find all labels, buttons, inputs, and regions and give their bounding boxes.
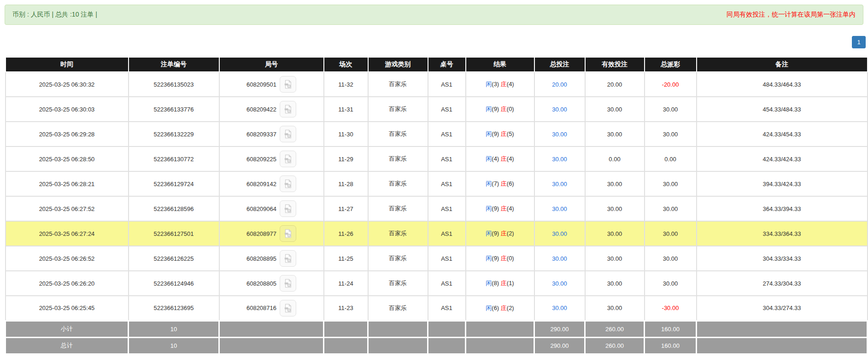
cell-remark: 364.33/394.33: [697, 196, 868, 221]
video-file-icon: [283, 303, 293, 313]
cell-table-number: AS1: [428, 246, 466, 271]
total-bet-link[interactable]: 30.00: [552, 156, 567, 163]
round-number-text: 608208895: [246, 255, 276, 262]
page-1-button[interactable]: 1: [852, 36, 866, 48]
cell-bet-number: 522366123695: [129, 296, 219, 321]
cell-game-type: 百家乐: [368, 72, 428, 97]
result-banker-label: 庄: [501, 155, 507, 162]
cell-round-number: 608209225: [219, 146, 324, 171]
total-count: 10: [129, 337, 219, 354]
video-replay-button[interactable]: [280, 200, 296, 217]
cell-result: 闲(4) 庄(4): [466, 146, 534, 171]
table-row: 2025-03-25 06:27:52 522366128596 6082090…: [6, 196, 868, 221]
col-round-number: 局号: [219, 57, 324, 72]
result-banker-score: (1): [507, 280, 514, 287]
empty-cell: [697, 337, 868, 354]
video-file-icon: [283, 253, 293, 263]
cell-total-bet: 30.00: [534, 271, 585, 296]
total-bet-link[interactable]: 20.00: [552, 81, 567, 88]
video-replay-button[interactable]: [280, 126, 296, 142]
result-banker-label: 庄: [501, 255, 507, 262]
cell-time: 2025-03-25 06:30:32: [6, 72, 129, 97]
empty-cell: [219, 321, 324, 337]
cell-total-payout: 0.00: [645, 146, 697, 171]
total-label: 总计: [6, 337, 129, 354]
cell-round-number: 608209422: [219, 97, 324, 122]
total-bet-link[interactable]: 30.00: [552, 280, 567, 287]
cell-bet-number: 522366133776: [129, 97, 219, 122]
pagination: 1: [0, 36, 866, 48]
video-replay-button[interactable]: [280, 300, 296, 316]
bet-records-table: 时间 注单编号 局号 场次 游戏类别 桌号 结果 总投注 有效投注 总派彩 备注…: [5, 57, 868, 355]
cell-table-number: AS1: [428, 97, 466, 122]
table-row: 2025-03-25 06:29:28 522366132229 6082093…: [6, 122, 868, 146]
cell-time: 2025-03-25 06:26:52: [6, 246, 129, 271]
cell-game-type: 百家乐: [368, 196, 428, 221]
cell-total-bet: 30.00: [534, 146, 585, 171]
round-number-text: 608209142: [246, 181, 276, 187]
total-bet-link[interactable]: 30.00: [552, 304, 567, 311]
table-header-row: 时间 注单编号 局号 场次 游戏类别 桌号 结果 总投注 有效投注 总派彩 备注: [6, 57, 868, 72]
total-bet-link[interactable]: 30.00: [552, 131, 567, 138]
cell-total-payout: 30.00: [645, 196, 697, 221]
cell-valid-bet: 30.00: [585, 97, 645, 122]
total-bet-link[interactable]: 30.00: [552, 255, 567, 262]
video-replay-button[interactable]: [280, 250, 296, 267]
currency-info-bar: 币别 : 人民币 | 总共 :10 注单 | 同局有效投注，统一计算在该局第一张…: [5, 5, 863, 25]
video-replay-button[interactable]: [280, 101, 296, 117]
cell-time: 2025-03-25 06:29:28: [6, 122, 129, 146]
total-bet-link[interactable]: 30.00: [552, 205, 567, 212]
round-number-text: 608209064: [246, 205, 276, 212]
result-player-label: 闲: [486, 205, 492, 212]
cell-time: 2025-03-25 06:30:03: [6, 97, 129, 122]
total-bet-link[interactable]: 30.00: [552, 181, 567, 187]
col-total-payout: 总派彩: [645, 57, 697, 72]
result-player-label: 闲: [486, 105, 492, 112]
video-file-icon: [283, 79, 293, 89]
cell-round-number: 608209501: [219, 72, 324, 97]
result-banker-label: 庄: [501, 130, 507, 137]
result-player-label: 闲: [486, 304, 492, 311]
cell-valid-bet: 30.00: [585, 196, 645, 221]
video-replay-button[interactable]: [280, 176, 296, 192]
total-valid-bet: 260.00: [585, 337, 645, 354]
video-replay-button[interactable]: [280, 76, 296, 93]
video-replay-button[interactable]: [280, 275, 296, 292]
cell-valid-bet: 30.00: [585, 296, 645, 321]
subtotal-label: 小计: [6, 321, 129, 337]
cell-game-type: 百家乐: [368, 97, 428, 122]
total-bet-link[interactable]: 30.00: [552, 230, 567, 237]
cell-round-number: 608208716: [219, 296, 324, 321]
video-file-icon: [283, 228, 293, 239]
cell-bet-number: 522366135023: [129, 72, 219, 97]
cell-total-payout: 30.00: [645, 171, 697, 196]
total-bet-link[interactable]: 30.00: [552, 106, 567, 113]
result-player-label: 闲: [486, 130, 492, 137]
result-banker-score: (2): [507, 230, 514, 237]
col-session: 场次: [324, 57, 368, 72]
table-row: 2025-03-25 06:30:03 522366133776 6082094…: [6, 97, 868, 122]
subtotal-valid-bet: 260.00: [585, 321, 645, 337]
cell-table-number: AS1: [428, 196, 466, 221]
cell-table-number: AS1: [428, 72, 466, 97]
result-player-label: 闲: [486, 155, 492, 162]
cell-result: 闲(9) 庄(4): [466, 196, 534, 221]
result-player-label: 闲: [486, 255, 492, 262]
cell-remark: 394.33/424.33: [697, 171, 868, 196]
empty-cell: [428, 321, 466, 337]
result-player-score: (9): [492, 255, 499, 262]
cell-round-number: 608208895: [219, 246, 324, 271]
cell-bet-number: 522366129724: [129, 171, 219, 196]
round-number-text: 608209225: [246, 156, 276, 163]
video-replay-button[interactable]: [280, 225, 296, 242]
empty-cell: [428, 337, 466, 354]
col-time: 时间: [6, 57, 129, 72]
cell-time: 2025-03-25 06:28:50: [6, 146, 129, 171]
video-replay-button[interactable]: [280, 151, 296, 167]
cell-total-payout: 30.00: [645, 122, 697, 146]
cell-result: 闲(3) 庄(4): [466, 72, 534, 97]
cell-valid-bet: 0.00: [585, 146, 645, 171]
video-file-icon: [283, 179, 293, 189]
cell-remark: 274.33/304.33: [697, 271, 868, 296]
cell-total-payout: -20.00: [645, 72, 697, 97]
